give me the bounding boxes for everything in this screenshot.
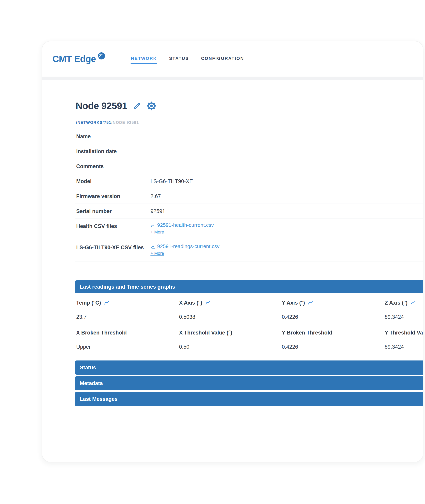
tab-status[interactable]: STATUS xyxy=(169,54,189,64)
brand-logo-icon: w xyxy=(98,52,105,59)
tab-network[interactable]: NETWORK xyxy=(131,54,157,64)
breadcrumb-current: /NODE 92591 xyxy=(111,120,139,125)
column-header-label: X Threshold Value (°) xyxy=(179,330,232,336)
detail-row: Health CSV files 92591-health-current.cs… xyxy=(75,219,423,240)
main-nav: NETWORKSTATUSCONFIGURATION xyxy=(131,54,244,64)
last-readings-value: 0.5038 xyxy=(177,314,280,320)
detail-label: Comments xyxy=(75,164,149,170)
thresholds-column-header: X Broken Threshold xyxy=(75,330,177,336)
column-header-label: X Axis (°) xyxy=(179,300,202,306)
timeseries-graph-icon[interactable] xyxy=(104,301,109,305)
column-header-label: Y Axis (°) xyxy=(282,300,305,306)
tab-configuration[interactable]: CONFIGURATION xyxy=(201,54,244,64)
thresholds-value: 0.50 xyxy=(177,344,280,350)
thresholds-column-header: Y Threshold Value xyxy=(383,330,423,336)
title-row: Node 92591 xyxy=(76,101,423,111)
last-readings-column-header: Z Axis (°) xyxy=(383,300,423,306)
last-readings-value: 23.7 xyxy=(75,314,177,320)
timeseries-graph-icon[interactable] xyxy=(411,301,416,305)
column-header-label: Y Broken Threshold xyxy=(282,330,332,336)
app-header: CMT Edge w NETWORKSTATUSCONFIGURATION xyxy=(42,41,423,77)
detail-label: Health CSV files xyxy=(75,219,149,229)
settings-gear-icon[interactable] xyxy=(147,101,156,111)
header-divider xyxy=(42,77,423,80)
brand-name: CMT Edge xyxy=(52,54,96,64)
accordion-label: Last Messages xyxy=(80,396,118,402)
csv-download-link[interactable]: 92591-readings-current.csv xyxy=(151,243,219,249)
detail-row: Comments xyxy=(75,159,423,174)
detail-row: Firmware version2.67 xyxy=(75,189,423,204)
thresholds-value-row: Upper0.500.422689.3424 xyxy=(75,340,423,354)
edit-pencil-glyph xyxy=(133,102,141,110)
download-icon xyxy=(151,223,156,228)
accordion-group: StatusMetadataLast Messages xyxy=(75,360,423,406)
csv-file-name: 92591-health-current.csv xyxy=(157,222,214,228)
detail-label: Name xyxy=(75,133,149,140)
detail-row: Name xyxy=(75,129,423,144)
detail-value: 92591-health-current.csv+ More xyxy=(149,219,214,235)
column-header-label: Z Axis (°) xyxy=(385,300,407,306)
last-readings-header-row: Temp (°C) X Axis (°) Y Axis (°) Z Axis (… xyxy=(75,296,423,310)
section-title: Last readings and Time series graphs xyxy=(80,284,175,290)
last-readings-value: 89.3424 xyxy=(383,314,423,320)
accordion-label: Status xyxy=(80,365,96,371)
detail-row: ModelLS-G6-TILT90-XE xyxy=(75,174,423,189)
accordion-metadata[interactable]: Metadata xyxy=(75,376,423,390)
last-readings-value: 0.4226 xyxy=(280,314,383,320)
column-header-label: Temp (°C) xyxy=(76,300,101,306)
thresholds-value: 0.4226 xyxy=(280,344,383,350)
page-content: Node 92591 /NETWORKS/751/NODE 92591 Name… xyxy=(42,101,423,406)
column-header-label: Y Threshold Value xyxy=(385,330,423,336)
main-card: CMT Edge w NETWORKSTATUSCONFIGURATION No… xyxy=(42,41,423,462)
thresholds-value: 89.3424 xyxy=(383,344,423,350)
detail-row: LS-G6-TILT90-XE CSV files 92591-readings… xyxy=(75,240,423,262)
detail-label: Firmware version xyxy=(75,193,149,199)
detail-label: Model xyxy=(75,178,149,184)
thresholds-table: X Broken ThresholdX Threshold Value (°)Y… xyxy=(75,326,423,354)
detail-row: Installation date xyxy=(75,144,423,159)
page-title: Node 92591 xyxy=(76,101,127,111)
readings-tables: Temp (°C) X Axis (°) Y Axis (°) Z Axis (… xyxy=(75,296,423,354)
more-files-link[interactable]: + More xyxy=(151,251,164,256)
brand-logo: CMT Edge w xyxy=(52,54,105,64)
edit-pencil-icon[interactable] xyxy=(133,102,141,110)
thresholds-header-row: X Broken ThresholdX Threshold Value (°)Y… xyxy=(75,326,423,340)
detail-value: 2.67 xyxy=(149,193,161,199)
detail-row: Serial number92591 xyxy=(75,204,423,219)
detail-label: Installation date xyxy=(75,148,149,155)
detail-value: LS-G6-TILT90-XE xyxy=(149,178,193,184)
detail-label: LS-G6-TILT90-XE CSV files xyxy=(75,240,149,251)
thresholds-value: Upper xyxy=(75,344,177,350)
detail-value: 92591-readings-current.csv+ More xyxy=(149,240,219,256)
accordion-label: Metadata xyxy=(80,380,103,386)
csv-download-link[interactable]: 92591-health-current.csv xyxy=(151,222,214,228)
last-readings-column-header: X Axis (°) xyxy=(177,300,280,306)
timeseries-graph-icon[interactable] xyxy=(206,301,211,305)
gear-glyph xyxy=(147,101,156,111)
detail-value: 92591 xyxy=(149,208,165,214)
more-files-link[interactable]: + More xyxy=(151,229,164,235)
accordion-status[interactable]: Status xyxy=(75,360,423,375)
thresholds-column-header: X Threshold Value (°) xyxy=(177,330,280,336)
breadcrumb: /NETWORKS/751/NODE 92591 xyxy=(76,120,423,125)
timeseries-graph-icon[interactable] xyxy=(308,301,313,305)
node-details-list: NameInstallation dateCommentsModelLS-G6-… xyxy=(75,129,423,262)
download-icon xyxy=(151,244,156,249)
breadcrumb-network-link[interactable]: /NETWORKS/751 xyxy=(76,120,111,125)
accordion-last-messages[interactable]: Last Messages xyxy=(75,392,423,406)
column-header-label: X Broken Threshold xyxy=(76,330,127,336)
last-readings-column-header: Temp (°C) xyxy=(75,300,177,306)
last-readings-section-header: Last readings and Time series graphs xyxy=(75,280,423,293)
last-readings-value-row: 23.70.50380.422689.3424 xyxy=(75,310,423,324)
detail-label: Serial number xyxy=(75,208,149,214)
csv-file-name: 92591-readings-current.csv xyxy=(157,243,219,249)
last-readings-column-header: Y Axis (°) xyxy=(280,300,383,306)
thresholds-column-header: Y Broken Threshold xyxy=(280,330,383,336)
last-readings-table: Temp (°C) X Axis (°) Y Axis (°) Z Axis (… xyxy=(75,296,423,324)
